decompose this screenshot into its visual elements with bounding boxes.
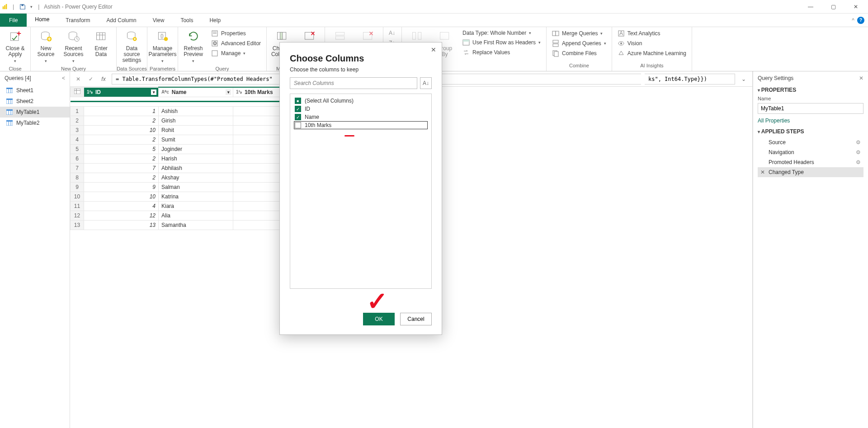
- table-row[interactable]: 114Kiara: [71, 201, 283, 211]
- data-source-settings-button[interactable]: Data source settings: [119, 28, 144, 65]
- applied-step[interactable]: Promoted Headers⚙: [758, 157, 863, 167]
- advanced-editor-button[interactable]: ⚙Advanced Editor: [210, 39, 262, 47]
- table-row[interactable]: 310Rohit: [71, 125, 283, 135]
- checkbox-icon[interactable]: [295, 114, 301, 120]
- cell-name[interactable]: Katrina: [159, 192, 233, 201]
- cell-id[interactable]: 5: [84, 144, 159, 154]
- cell-name[interactable]: Kiara: [159, 201, 233, 211]
- checkbox-icon[interactable]: [295, 122, 301, 128]
- row-number[interactable]: 1: [71, 106, 84, 116]
- cell-id[interactable]: 10: [84, 125, 159, 135]
- row-number[interactable]: 3: [71, 125, 84, 135]
- merge-queries-button[interactable]: Merge Queries: [551, 29, 607, 38]
- cell-marks[interactable]: [233, 144, 283, 154]
- new-source-button[interactable]: New Source: [33, 28, 58, 65]
- cell-id[interactable]: 9: [84, 182, 159, 192]
- queries-collapse-icon[interactable]: <: [62, 75, 65, 81]
- query-item[interactable]: Sheet1: [0, 85, 70, 96]
- table-row[interactable]: 42Sumit: [71, 135, 283, 144]
- all-properties-link[interactable]: All Properties: [758, 118, 863, 124]
- query-item[interactable]: MyTable1: [0, 107, 70, 118]
- applied-step[interactable]: Navigation⚙: [758, 147, 863, 157]
- properties-button[interactable]: Properties: [210, 29, 262, 38]
- text-analytics-button[interactable]: AText Analytics: [617, 29, 687, 38]
- checkbox-icon[interactable]: [295, 106, 301, 112]
- row-number[interactable]: 4: [71, 135, 84, 144]
- cell-id[interactable]: 13: [84, 220, 159, 230]
- cell-marks[interactable]: [233, 125, 283, 135]
- tab-view[interactable]: View: [145, 14, 173, 27]
- settings-close-icon[interactable]: ✕: [859, 75, 863, 81]
- save-icon[interactable]: [19, 4, 27, 10]
- cell-name[interactable]: Akshay: [159, 173, 233, 182]
- row-number[interactable]: 6: [71, 154, 84, 163]
- qat-dropdown-icon[interactable]: ▾: [29, 5, 33, 9]
- table-row[interactable]: 22Girish: [71, 116, 283, 125]
- delete-step-icon[interactable]: ✕: [760, 169, 765, 175]
- table-row[interactable]: 99Salman: [71, 182, 283, 192]
- properties-section[interactable]: PROPERTIES: [758, 87, 863, 93]
- step-gear-icon[interactable]: ⚙: [856, 159, 861, 165]
- query-name-input[interactable]: [758, 103, 863, 114]
- refresh-preview-button[interactable]: Refresh Preview: [181, 28, 206, 65]
- tab-help[interactable]: Help: [201, 14, 229, 27]
- cell-marks[interactable]: [233, 116, 283, 125]
- cell-name[interactable]: Harish: [159, 154, 233, 163]
- cell-name[interactable]: Abhilash: [159, 163, 233, 173]
- cell-name[interactable]: Girish: [159, 116, 233, 125]
- close-apply-button[interactable]: Close & Apply: [3, 28, 28, 65]
- column-checkbox-item[interactable]: 10th Marks: [294, 121, 428, 129]
- tab-add-column[interactable]: Add Column: [99, 14, 145, 27]
- help-icon[interactable]: ?: [857, 17, 864, 24]
- cell-name[interactable]: Joginder: [159, 144, 233, 154]
- column-header-name[interactable]: AᴮcName▾: [159, 87, 233, 97]
- cell-marks[interactable]: [233, 154, 283, 163]
- formula-cancel-icon[interactable]: ✕: [74, 75, 83, 84]
- sort-asc-button[interactable]: A↓: [388, 29, 397, 38]
- tab-file[interactable]: File: [0, 14, 27, 27]
- close-window-button[interactable]: ✕: [845, 0, 866, 13]
- applied-steps-section[interactable]: APPLIED STEPS: [758, 128, 863, 135]
- search-columns-input[interactable]: [290, 77, 417, 89]
- select-all-columns[interactable]: (Select All Columns): [294, 97, 428, 105]
- table-row[interactable]: 55Joginder: [71, 144, 283, 154]
- step-gear-icon[interactable]: ⚙: [856, 139, 861, 146]
- cell-id[interactable]: 1: [84, 106, 159, 116]
- tab-transform[interactable]: Transform: [57, 14, 98, 27]
- maximize-button[interactable]: ▢: [823, 0, 844, 13]
- row-number[interactable]: 2: [71, 116, 84, 125]
- column-dropdown-icon[interactable]: ▾: [151, 89, 156, 95]
- table-row[interactable]: 62Harish: [71, 154, 283, 163]
- cell-marks[interactable]: [233, 173, 283, 182]
- table-row[interactable]: 77Abhilash: [71, 163, 283, 173]
- cell-marks[interactable]: [233, 182, 283, 192]
- row-number[interactable]: 7: [71, 163, 84, 173]
- cell-marks[interactable]: [233, 192, 283, 201]
- cell-id[interactable]: 2: [84, 154, 159, 163]
- cell-marks[interactable]: [233, 201, 283, 211]
- row-number[interactable]: 12: [71, 211, 84, 220]
- applied-step[interactable]: Source⚙: [758, 137, 863, 147]
- cell-id[interactable]: 2: [84, 173, 159, 182]
- cell-id[interactable]: 12: [84, 211, 159, 220]
- cell-marks[interactable]: [233, 135, 283, 144]
- applied-step[interactable]: ✕Changed Type: [758, 167, 863, 177]
- step-gear-icon[interactable]: ⚙: [856, 149, 861, 155]
- manage-query-button[interactable]: Manage: [210, 49, 262, 57]
- column-dropdown-icon[interactable]: ▾: [226, 89, 231, 95]
- data-type-button[interactable]: Data Type: Whole Number: [462, 29, 542, 37]
- row-number[interactable]: 13: [71, 220, 84, 230]
- first-row-headers-button[interactable]: Use First Row as Headers: [462, 38, 542, 47]
- cell-name[interactable]: Salman: [159, 182, 233, 192]
- cell-id[interactable]: 2: [84, 135, 159, 144]
- sort-columns-icon[interactable]: A↓: [420, 77, 432, 89]
- row-number[interactable]: 9: [71, 182, 84, 192]
- manage-parameters-button[interactable]: {} Manage Parameters: [150, 28, 175, 65]
- cell-name[interactable]: Samantha: [159, 220, 233, 230]
- cell-marks[interactable]: [233, 163, 283, 173]
- row-number[interactable]: 8: [71, 173, 84, 182]
- cancel-button[interactable]: Cancel: [400, 313, 432, 325]
- combine-files-button[interactable]: Combine Files: [551, 49, 607, 57]
- column-header-marks[interactable]: 1²₃10th Marks: [233, 87, 283, 97]
- minimize-button[interactable]: —: [800, 0, 821, 13]
